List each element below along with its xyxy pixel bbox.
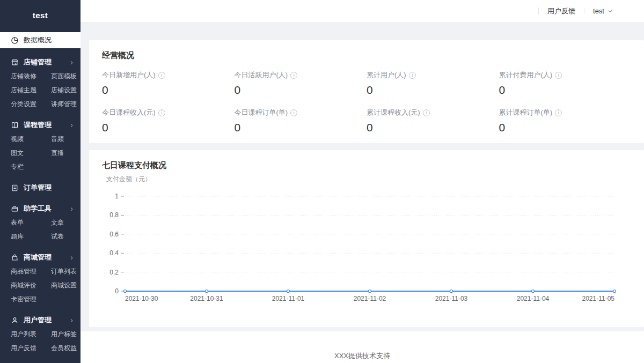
- sidebar-group: 订单管理: [0, 181, 80, 195]
- stat-label-text: 累计课程订单(单): [499, 108, 553, 117]
- sidebar-subitem[interactable]: 音频: [51, 132, 80, 146]
- sidebar-group-label: 用户管理: [24, 315, 52, 325]
- chevron-down-icon: [608, 9, 613, 14]
- sidebar-subitem[interactable]: 试卷: [51, 229, 80, 243]
- stat-card: 今日新增用户(人)i0: [102, 70, 235, 97]
- app-root: test 数据概况 店铺管理›店铺装修页面模板店铺主题店铺设置分类设置讲师管理课…: [0, 0, 644, 363]
- sidebar-group-label: 店铺管理: [24, 57, 52, 67]
- business-overview-title: 经营概况: [102, 50, 631, 61]
- sidebar-subitem[interactable]: 商城评价: [11, 278, 51, 292]
- sidebar-sub-menu: 用户列表用户标签用户反馈会员权益: [0, 327, 80, 355]
- sidebar-subitem[interactable]: 店铺设置: [51, 83, 80, 97]
- sidebar-subitem[interactable]: 卡密管理: [11, 292, 51, 306]
- info-icon[interactable]: i: [290, 109, 297, 116]
- sidebar-subitem[interactable]: 文章: [51, 216, 80, 229]
- account-name: test: [593, 7, 604, 15]
- sidebar-group-header[interactable]: 店铺管理›: [0, 55, 80, 69]
- sidebar-group-header[interactable]: 用户管理›: [0, 313, 80, 327]
- stat-label-text: 累计用户(人): [367, 70, 406, 80]
- chevron-right-icon: ›: [70, 205, 73, 212]
- chevron-right-icon: ›: [70, 58, 73, 66]
- bag-icon: [11, 254, 19, 262]
- stat-label: 累计课程收入(元)i: [367, 108, 499, 117]
- sidebar-subitem[interactable]: 视频: [11, 132, 51, 146]
- sidebar-subitem[interactable]: 会员权益: [51, 341, 80, 355]
- info-icon[interactable]: i: [555, 72, 562, 79]
- info-icon[interactable]: i: [290, 72, 297, 79]
- sidebar-sub-menu: 商品管理订单列表商城评价商城设置卡密管理: [0, 264, 80, 306]
- stat-value: 0: [102, 84, 235, 97]
- payment-chart-card: 七日课程支付概况 支付金额（元）00.20.40.60.812021-10-30…: [89, 150, 644, 327]
- stat-label-text: 今日活跃用户(人): [235, 70, 288, 80]
- book-icon: [11, 121, 19, 129]
- info-icon[interactable]: i: [423, 109, 430, 116]
- sidebar-group-header[interactable]: 订单管理: [0, 181, 80, 195]
- sidebar-subitem[interactable]: 直播: [51, 146, 80, 160]
- stat-card: 累计付费用户(人)i0: [499, 70, 632, 97]
- footer-text: XXX提供技术支持: [334, 352, 390, 360]
- stat-card: 累计课程收入(元)i0: [367, 108, 499, 134]
- sidebar-subitem[interactable]: 页面模板: [51, 69, 80, 83]
- shop-icon: [11, 58, 19, 66]
- sidebar-group-header[interactable]: 助学工具›: [0, 202, 80, 216]
- sidebar-item-data-overview[interactable]: 数据概况: [0, 32, 80, 48]
- stat-label-text: 今日课程收入(元): [102, 108, 156, 117]
- sidebar-subitem[interactable]: 分类设置: [11, 97, 51, 111]
- stat-label-text: 今日课程订单(单): [235, 108, 288, 117]
- sidebar-subitem[interactable]: 用户反馈: [11, 341, 51, 355]
- briefcase-icon: [11, 205, 19, 213]
- stat-label: 今日活跃用户(人)i: [235, 70, 367, 80]
- info-icon[interactable]: i: [555, 109, 562, 116]
- stat-card: 累计用户(人)i0: [367, 70, 499, 97]
- sidebar-group-header[interactable]: 课程管理›: [0, 118, 80, 132]
- stat-value: 0: [367, 84, 499, 97]
- topbar-feedback-link[interactable]: 用户反馈: [547, 6, 575, 16]
- x-tick-label: 2021-11-01: [272, 295, 305, 302]
- sidebar-subitem[interactable]: 讲师管理: [51, 97, 80, 111]
- stat-value: 0: [367, 121, 499, 134]
- stat-card: 今日课程订单(单)i0: [235, 108, 367, 134]
- info-icon[interactable]: i: [158, 109, 165, 116]
- sidebar-group: 用户管理›用户列表用户标签用户反馈会员权益: [0, 313, 80, 355]
- x-tick-label: 2021-11-02: [354, 295, 386, 302]
- pie-chart-icon: [11, 36, 19, 45]
- content: 经营概况 今日新增用户(人)i0今日活跃用户(人)i0累计用户(人)i0累计付费…: [80, 23, 644, 363]
- sidebar-subitem[interactable]: 商城设置: [51, 278, 80, 292]
- footer: XXX提供技术支持: [80, 331, 644, 363]
- sidebar-group: 课程管理›视频音频图文直播专栏: [0, 118, 80, 174]
- sidebar-subitem[interactable]: 题库: [11, 229, 51, 243]
- stat-value: 0: [102, 121, 235, 134]
- y-tick-label: 0.2: [109, 269, 119, 276]
- sidebar-subitem[interactable]: 用户列表: [11, 327, 51, 341]
- stat-label: 今日课程收入(元)i: [102, 108, 235, 117]
- stats-grid: 今日新增用户(人)i0今日活跃用户(人)i0累计用户(人)i0累计付费用户(人)…: [102, 70, 631, 134]
- logo: test: [0, 0, 80, 30]
- sidebar-group-label: 助学工具: [24, 204, 52, 213]
- sidebar-subitem[interactable]: 专栏: [11, 160, 51, 174]
- sidebar-subitem[interactable]: 店铺装修: [11, 69, 51, 83]
- sidebar-group-header[interactable]: 商城管理›: [0, 250, 80, 264]
- sidebar-sub-menu: 表单文章题库试卷: [0, 216, 80, 243]
- sidebar-subitem[interactable]: 店铺主题: [11, 83, 51, 97]
- info-icon[interactable]: i: [158, 72, 165, 79]
- stat-label-text: 累计课程收入(元): [367, 108, 420, 117]
- sidebar-subitem[interactable]: 用户标签: [51, 327, 80, 341]
- stat-card: 今日活跃用户(人)i0: [235, 70, 367, 97]
- sidebar-subitem[interactable]: 订单列表: [51, 264, 80, 278]
- data-point-marker: [613, 290, 616, 293]
- sidebar-group: 商城管理›商品管理订单列表商城评价商城设置卡密管理: [0, 250, 80, 306]
- y-axis-label: 支付金额（元）: [106, 175, 151, 183]
- sidebar-subitem[interactable]: 图文: [11, 146, 51, 160]
- info-icon[interactable]: i: [409, 72, 416, 79]
- order-icon: [11, 184, 19, 192]
- sidebar-group-label: 商城管理: [24, 253, 52, 262]
- sidebar-subitem[interactable]: 表单: [11, 216, 51, 229]
- business-overview-card: 经营概况 今日新增用户(人)i0今日活跃用户(人)i0累计用户(人)i0累计付费…: [89, 40, 644, 143]
- chevron-right-icon: ›: [70, 254, 73, 261]
- stat-label: 今日课程订单(单)i: [235, 108, 367, 117]
- sidebar-subitem[interactable]: 商品管理: [11, 264, 51, 278]
- topbar-divider: [538, 8, 539, 14]
- sidebar-group-label: 订单管理: [24, 183, 52, 192]
- topbar-account-dropdown[interactable]: test: [593, 7, 613, 15]
- stat-label: 累计付费用户(人)i: [499, 70, 632, 80]
